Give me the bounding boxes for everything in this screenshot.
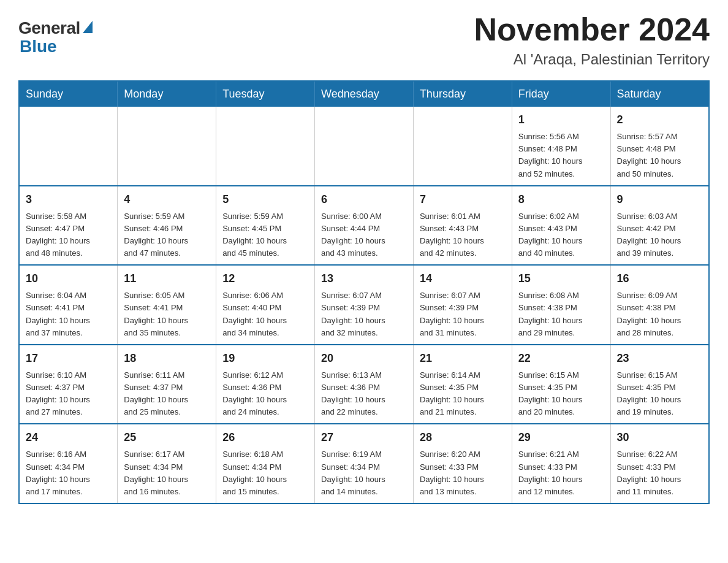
calendar-cell: 9Sunrise: 6:03 AM Sunset: 4:42 PM Daylig…	[610, 186, 709, 266]
calendar-cell: 6Sunrise: 6:00 AM Sunset: 4:44 PM Daylig…	[315, 186, 414, 266]
day-info: Sunrise: 6:22 AM Sunset: 4:33 PM Dayligh…	[617, 448, 702, 498]
day-info: Sunrise: 6:03 AM Sunset: 4:42 PM Dayligh…	[617, 210, 702, 260]
day-info: Sunrise: 6:01 AM Sunset: 4:43 PM Dayligh…	[420, 210, 506, 260]
calendar-cell	[118, 107, 216, 186]
day-info: Sunrise: 6:21 AM Sunset: 4:33 PM Dayligh…	[518, 448, 604, 498]
week-row-3: 17Sunrise: 6:10 AM Sunset: 4:37 PM Dayli…	[19, 345, 709, 424]
day-number: 20	[321, 350, 407, 367]
day-number: 14	[420, 270, 506, 287]
day-number: 22	[518, 350, 604, 367]
day-info: Sunrise: 6:16 AM Sunset: 4:34 PM Dayligh…	[26, 448, 111, 498]
day-number: 1	[518, 112, 604, 128]
logo-blue-text: Blue	[20, 37, 57, 56]
day-info: Sunrise: 6:07 AM Sunset: 4:39 PM Dayligh…	[321, 289, 407, 339]
day-number: 18	[124, 350, 210, 367]
day-number: 30	[617, 429, 702, 446]
calendar-cell: 13Sunrise: 6:07 AM Sunset: 4:39 PM Dayli…	[315, 265, 414, 345]
calendar-cell: 3Sunrise: 5:58 AM Sunset: 4:47 PM Daylig…	[19, 186, 118, 266]
day-info: Sunrise: 5:57 AM Sunset: 4:48 PM Dayligh…	[617, 131, 702, 180]
calendar-cell: 24Sunrise: 6:16 AM Sunset: 4:34 PM Dayli…	[19, 424, 118, 504]
day-info: Sunrise: 6:15 AM Sunset: 4:35 PM Dayligh…	[518, 369, 604, 419]
day-info: Sunrise: 6:15 AM Sunset: 4:35 PM Dayligh…	[617, 369, 702, 419]
header-sunday: Sunday	[19, 81, 118, 107]
day-info: Sunrise: 6:06 AM Sunset: 4:40 PM Dayligh…	[222, 289, 308, 339]
day-info: Sunrise: 6:09 AM Sunset: 4:38 PM Dayligh…	[617, 289, 702, 339]
day-info: Sunrise: 5:59 AM Sunset: 4:46 PM Dayligh…	[124, 210, 210, 260]
day-info: Sunrise: 6:05 AM Sunset: 4:41 PM Dayligh…	[124, 289, 210, 339]
calendar-cell: 18Sunrise: 6:11 AM Sunset: 4:37 PM Dayli…	[118, 345, 216, 424]
day-number: 24	[26, 429, 111, 446]
day-number: 26	[222, 429, 308, 446]
logo: General Blue	[18, 18, 93, 56]
day-info: Sunrise: 6:04 AM Sunset: 4:41 PM Dayligh…	[26, 289, 111, 339]
day-number: 11	[124, 270, 210, 287]
calendar-cell: 25Sunrise: 6:17 AM Sunset: 4:34 PM Dayli…	[118, 424, 216, 504]
calendar-cell: 15Sunrise: 6:08 AM Sunset: 4:38 PM Dayli…	[512, 265, 610, 345]
logo-general-text: General	[18, 18, 80, 38]
day-number: 9	[617, 191, 702, 208]
day-number: 23	[617, 350, 702, 367]
day-info: Sunrise: 6:17 AM Sunset: 4:34 PM Dayligh…	[124, 448, 210, 498]
week-row-2: 10Sunrise: 6:04 AM Sunset: 4:41 PM Dayli…	[19, 265, 709, 345]
header-row: SundayMondayTuesdayWednesdayThursdayFrid…	[19, 81, 709, 107]
calendar-cell: 14Sunrise: 6:07 AM Sunset: 4:39 PM Dayli…	[413, 265, 512, 345]
day-number: 5	[222, 191, 308, 208]
day-info: Sunrise: 6:07 AM Sunset: 4:39 PM Dayligh…	[420, 289, 506, 339]
calendar-cell: 1Sunrise: 5:56 AM Sunset: 4:48 PM Daylig…	[512, 107, 610, 186]
calendar-cell: 8Sunrise: 6:02 AM Sunset: 4:43 PM Daylig…	[512, 186, 610, 266]
day-number: 17	[26, 350, 111, 367]
day-number: 10	[26, 270, 111, 287]
day-info: Sunrise: 6:10 AM Sunset: 4:37 PM Dayligh…	[26, 369, 111, 419]
header-saturday: Saturday	[610, 81, 709, 107]
day-info: Sunrise: 5:58 AM Sunset: 4:47 PM Dayligh…	[26, 210, 111, 260]
day-info: Sunrise: 6:11 AM Sunset: 4:37 PM Dayligh…	[124, 369, 210, 419]
day-number: 12	[222, 270, 308, 287]
week-row-1: 3Sunrise: 5:58 AM Sunset: 4:47 PM Daylig…	[19, 186, 709, 266]
day-number: 4	[124, 191, 210, 208]
calendar-cell: 20Sunrise: 6:13 AM Sunset: 4:36 PM Dayli…	[315, 345, 414, 424]
calendar-cell: 21Sunrise: 6:14 AM Sunset: 4:35 PM Dayli…	[413, 345, 512, 424]
calendar-cell	[413, 107, 512, 186]
day-info: Sunrise: 6:14 AM Sunset: 4:35 PM Dayligh…	[420, 369, 506, 419]
day-number: 13	[321, 270, 407, 287]
day-info: Sunrise: 6:12 AM Sunset: 4:36 PM Dayligh…	[222, 369, 308, 419]
day-number: 16	[617, 270, 702, 287]
day-info: Sunrise: 5:56 AM Sunset: 4:48 PM Dayligh…	[518, 131, 604, 180]
calendar-cell: 16Sunrise: 6:09 AM Sunset: 4:38 PM Dayli…	[610, 265, 709, 345]
day-info: Sunrise: 6:19 AM Sunset: 4:34 PM Dayligh…	[321, 448, 407, 498]
day-number: 8	[518, 191, 604, 208]
day-info: Sunrise: 6:00 AM Sunset: 4:44 PM Dayligh…	[321, 210, 407, 260]
day-number: 27	[321, 429, 407, 446]
day-info: Sunrise: 6:08 AM Sunset: 4:38 PM Dayligh…	[518, 289, 604, 339]
header-thursday: Thursday	[413, 81, 512, 107]
day-number: 6	[321, 191, 407, 208]
month-title: November 2024	[474, 12, 710, 47]
logo-triangle-icon	[83, 21, 93, 33]
day-info: Sunrise: 6:20 AM Sunset: 4:33 PM Dayligh…	[420, 448, 506, 498]
day-number: 19	[222, 350, 308, 367]
calendar-cell: 5Sunrise: 5:59 AM Sunset: 4:45 PM Daylig…	[216, 186, 315, 266]
calendar-cell: 27Sunrise: 6:19 AM Sunset: 4:34 PM Dayli…	[315, 424, 414, 504]
day-number: 25	[124, 429, 210, 446]
day-info: Sunrise: 6:18 AM Sunset: 4:34 PM Dayligh…	[222, 448, 308, 498]
calendar-cell: 23Sunrise: 6:15 AM Sunset: 4:35 PM Dayli…	[610, 345, 709, 424]
header-monday: Monday	[118, 81, 216, 107]
day-number: 15	[518, 270, 604, 287]
day-info: Sunrise: 6:02 AM Sunset: 4:43 PM Dayligh…	[518, 210, 604, 260]
day-number: 28	[420, 429, 506, 446]
calendar-table: SundayMondayTuesdayWednesdayThursdayFrid…	[18, 80, 710, 504]
calendar-cell: 22Sunrise: 6:15 AM Sunset: 4:35 PM Dayli…	[512, 345, 610, 424]
calendar-cell	[216, 107, 315, 186]
week-row-4: 24Sunrise: 6:16 AM Sunset: 4:34 PM Dayli…	[19, 424, 709, 504]
day-number: 2	[617, 112, 702, 128]
calendar-cell: 26Sunrise: 6:18 AM Sunset: 4:34 PM Dayli…	[216, 424, 315, 504]
calendar-cell: 12Sunrise: 6:06 AM Sunset: 4:40 PM Dayli…	[216, 265, 315, 345]
week-row-0: 1Sunrise: 5:56 AM Sunset: 4:48 PM Daylig…	[19, 107, 709, 186]
day-number: 7	[420, 191, 506, 208]
calendar-cell	[315, 107, 414, 186]
day-info: Sunrise: 5:59 AM Sunset: 4:45 PM Dayligh…	[222, 210, 308, 260]
header-friday: Friday	[512, 81, 610, 107]
header-tuesday: Tuesday	[216, 81, 315, 107]
day-number: 3	[26, 191, 111, 208]
calendar-cell: 19Sunrise: 6:12 AM Sunset: 4:36 PM Dayli…	[216, 345, 315, 424]
